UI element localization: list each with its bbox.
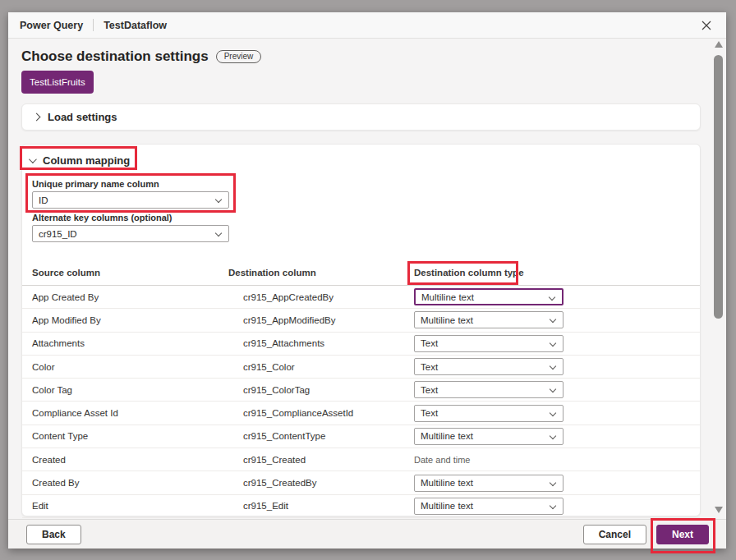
source-column-cell: Color Tag: [32, 385, 228, 395]
type-dropdown[interactable]: Multiline text: [414, 428, 564, 445]
destination-column-cell: cr915_ColorTag: [228, 385, 414, 395]
vertical-scrollbar: [714, 41, 723, 536]
destination-type-cell: Multiline text: [414, 428, 700, 445]
type-dropdown[interactable]: Text: [414, 335, 564, 352]
column-mapping-section: Column mapping Unique primary name colum…: [21, 144, 701, 516]
table-row: Color Tag cr915_ColorTag Text: [22, 379, 700, 402]
table-row: Compliance Asset Id cr915_ComplianceAsse…: [22, 402, 700, 425]
type-dropdown-value: Text: [421, 408, 438, 418]
scroll-down-arrow-icon[interactable]: [715, 507, 723, 513]
scroll-up-arrow-icon[interactable]: [715, 41, 723, 48]
table-row: Edit cr915_Edit Multiline text: [22, 495, 700, 518]
dialog-content: Choose destination settings Preview Test…: [8, 39, 726, 519]
header-divider: [93, 19, 94, 31]
destination-type-cell: Multiline text: [414, 475, 700, 492]
chevron-down-icon: [550, 316, 556, 323]
destination-type-cell: Multiline text: [414, 288, 700, 305]
source-column-cell: App Modified By: [32, 315, 228, 325]
destination-type-cell: Text: [414, 381, 700, 398]
destination-column-cell: cr915_Attachments: [228, 338, 414, 348]
table-row: Content Type cr915_ContentType Multiline…: [22, 425, 700, 448]
table-row: Color cr915_Color Text: [22, 356, 700, 379]
destination-column-cell: cr915_ContentType: [228, 431, 414, 441]
chevron-down-icon: [550, 409, 556, 415]
cancel-button[interactable]: Cancel: [583, 525, 646, 544]
destination-column-cell: cr915_ComplianceAssetId: [228, 408, 414, 418]
type-dropdown-value: Multiline text: [421, 431, 473, 441]
table-row: Created cr915_Created Date and time: [22, 448, 700, 471]
destination-column-header: Destination column: [228, 268, 414, 278]
destination-column-cell: cr915_Edit: [228, 501, 414, 511]
table-row: App Created By cr915_AppCreatedBy Multil…: [22, 286, 700, 309]
chevron-down-icon: [29, 155, 37, 163]
type-dropdown[interactable]: Multiline text: [414, 475, 564, 492]
type-dropdown[interactable]: Text: [414, 358, 564, 375]
type-dropdown[interactable]: Text: [414, 405, 564, 422]
chevron-down-icon: [550, 339, 556, 346]
alternate-key-label: Alternate key columns (optional): [32, 213, 172, 223]
chevron-down-icon: [550, 503, 556, 509]
unique-primary-value: ID: [39, 195, 48, 205]
destination-column-cell: cr915_CreatedBy: [228, 478, 414, 488]
type-dropdown-value: Multiline text: [421, 292, 474, 302]
dataflow-name: TestDataflow: [104, 20, 167, 31]
next-button[interactable]: Next: [656, 525, 709, 544]
load-settings-label: Load settings: [48, 111, 117, 123]
destination-type-cell: Text: [414, 405, 700, 422]
destination-type-cell: Multiline text: [414, 311, 700, 328]
close-icon: [702, 21, 711, 30]
destination-type-cell: Text: [414, 335, 700, 352]
dialog-header: Power Query TestDataflow: [8, 12, 726, 39]
scrollbar-thumb[interactable]: [714, 55, 723, 319]
destination-type-cell: Date and time: [414, 455, 700, 465]
chevron-down-icon: [215, 230, 222, 236]
table-row: Created By cr915_CreatedBy Multiline tex…: [22, 471, 700, 494]
table-row: App Modified By cr915_AppModifiedBy Mult…: [22, 309, 700, 332]
load-settings-section[interactable]: Load settings: [21, 103, 701, 131]
chevron-down-icon: [215, 196, 222, 203]
destination-column-cell: cr915_AppCreatedBy: [228, 292, 414, 302]
type-dropdown-value: Multiline text: [421, 501, 473, 511]
type-dropdown[interactable]: Multiline text: [414, 498, 564, 515]
mapping-table-header: Source column Destination column Destina…: [22, 260, 700, 286]
type-readonly-value: Date and time: [414, 455, 470, 465]
close-button[interactable]: [698, 17, 715, 34]
chevron-down-icon: [550, 479, 556, 485]
alternate-key-value: cr915_ID: [39, 229, 77, 239]
preview-badge: Preview: [216, 50, 262, 63]
unique-primary-label: Unique primary name column: [32, 179, 159, 189]
type-dropdown-value: Text: [421, 338, 438, 348]
type-dropdown-value: Text: [421, 385, 438, 395]
source-column-cell: Attachments: [32, 338, 228, 348]
destination-type-cell: Text: [414, 358, 700, 375]
destination-column-cell: cr915_Color: [228, 362, 414, 372]
back-button[interactable]: Back: [26, 525, 81, 544]
type-dropdown[interactable]: Multiline text: [414, 288, 564, 305]
destination-settings-dialog: Power Query TestDataflow Choose destinat…: [8, 12, 726, 549]
chevron-down-icon: [550, 363, 556, 370]
source-column-cell: App Created By: [32, 292, 228, 302]
type-dropdown[interactable]: Multiline text: [414, 311, 564, 328]
type-dropdown-value: Multiline text: [421, 315, 473, 325]
type-dropdown-value: Text: [421, 362, 438, 372]
column-mapping-header[interactable]: Column mapping: [29, 154, 130, 167]
destination-column-cell: cr915_AppModifiedBy: [228, 315, 414, 325]
source-column-cell: Content Type: [32, 431, 228, 441]
destination-type-cell: Multiline text: [414, 498, 700, 515]
source-column-cell: Created By: [32, 478, 228, 488]
column-mapping-label: Column mapping: [43, 154, 130, 167]
source-column-header: Source column: [32, 268, 228, 278]
alternate-key-dropdown[interactable]: cr915_ID: [32, 225, 229, 242]
destination-type-header: Destination column type: [414, 268, 700, 278]
title-row: Choose destination settings Preview: [21, 48, 261, 65]
source-column-cell: Color: [32, 362, 228, 372]
type-dropdown[interactable]: Text: [414, 381, 564, 398]
source-column-cell: Edit: [32, 501, 228, 511]
app-name: Power Query: [20, 20, 83, 31]
entity-tab-testlistfruits[interactable]: TestListFruits: [21, 71, 94, 94]
unique-primary-dropdown[interactable]: ID: [32, 191, 229, 209]
footer-actions: Cancel Next: [583, 525, 709, 544]
chevron-down-icon: [550, 433, 556, 439]
destination-column-cell: cr915_Created: [228, 455, 414, 465]
source-column-cell: Created: [32, 455, 228, 465]
